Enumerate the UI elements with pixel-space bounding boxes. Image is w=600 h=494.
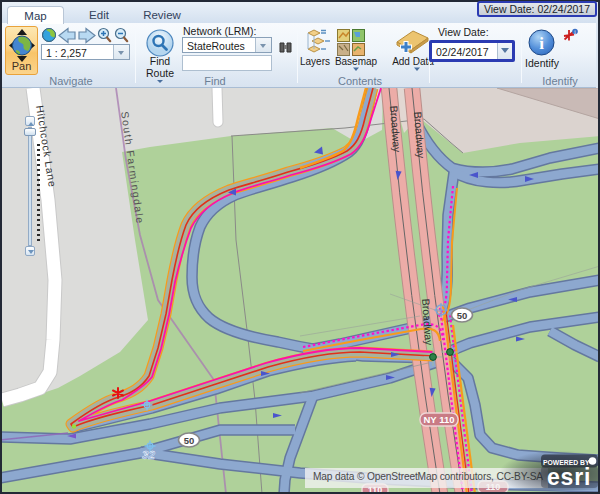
svg-text:esri: esri — [547, 464, 591, 490]
svg-text:50: 50 — [457, 310, 468, 321]
svg-text:32: 32 — [142, 449, 155, 461]
svg-text:i: i — [539, 34, 544, 53]
svg-text:50: 50 — [184, 435, 195, 446]
svg-text:NY 110: NY 110 — [424, 414, 455, 425]
